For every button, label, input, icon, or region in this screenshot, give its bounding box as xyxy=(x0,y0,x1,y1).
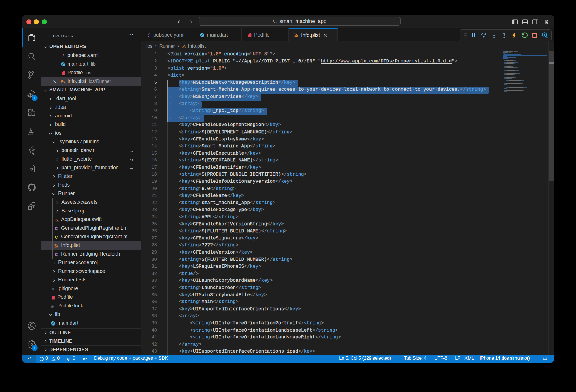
svg-text:C: C xyxy=(55,226,58,231)
svg-text:!: ! xyxy=(148,33,150,37)
svg-text:C: C xyxy=(55,235,58,239)
svg-text:C: C xyxy=(55,252,58,257)
svg-text:!: ! xyxy=(62,53,64,58)
